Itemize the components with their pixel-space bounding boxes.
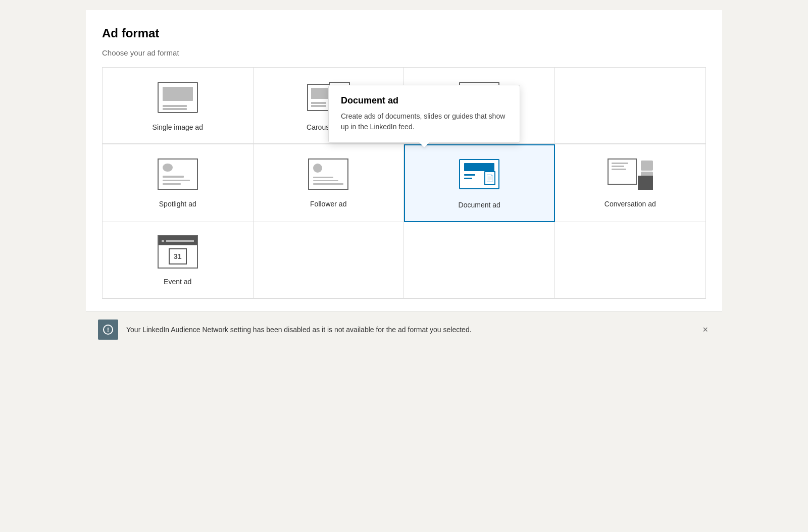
page-container: Ad format Choose your ad format Document… — [86, 10, 722, 348]
ad-format-follower[interactable]: Follower ad — [254, 144, 405, 222]
ad-format-grid-row3: 31 Event ad — [102, 222, 706, 299]
bottom-notification: ! Your LinkedIn Audience Network setting… — [86, 311, 722, 348]
event-icon: 31 — [155, 234, 200, 270]
ad-format-spotlight[interactable]: Spotlight ad — [103, 144, 254, 222]
empty-cell-2 — [254, 222, 405, 298]
ad-format-grid-row2: Spotlight ad Follower ad — [102, 144, 706, 222]
notification-close-button[interactable]: × — [700, 323, 710, 337]
document-ad-tooltip: Document ad Create ads of documents, sli… — [328, 85, 520, 143]
notification-icon-box: ! — [98, 320, 118, 340]
spotlight-label: Spotlight ad — [159, 200, 196, 208]
single-image-label: Single image ad — [153, 123, 203, 131]
page-subtitle: Choose your ad format — [102, 48, 706, 57]
empty-cell-4 — [555, 222, 706, 298]
ad-format-event[interactable]: 31 Event ad — [103, 222, 254, 298]
conversation-icon — [608, 156, 653, 192]
single-image-icon — [155, 80, 200, 115]
ad-format-document[interactable]: 📄 Document ad — [404, 144, 555, 222]
empty-cell-1 — [555, 68, 706, 144]
tooltip-title: Document ad — [341, 95, 508, 106]
conversation-label: Conversation ad — [604, 200, 656, 208]
ad-format-conversation[interactable]: Conversation ad — [555, 144, 706, 222]
empty-cell-3 — [404, 222, 555, 298]
follower-icon — [306, 156, 351, 192]
document-ad-icon: 📄 — [457, 157, 502, 193]
ad-format-single-image[interactable]: Single image ad — [103, 68, 254, 144]
page-title: Ad format — [102, 26, 706, 40]
event-label: Event ad — [164, 278, 191, 286]
notification-text: Your LinkedIn Audience Network setting h… — [126, 326, 692, 334]
exclamation-icon: ! — [103, 325, 113, 335]
document-ad-label: Document ad — [459, 201, 500, 209]
follower-label: Follower ad — [310, 200, 346, 208]
spotlight-icon — [155, 156, 200, 192]
tooltip-description: Create ads of documents, slides or guide… — [341, 111, 508, 132]
